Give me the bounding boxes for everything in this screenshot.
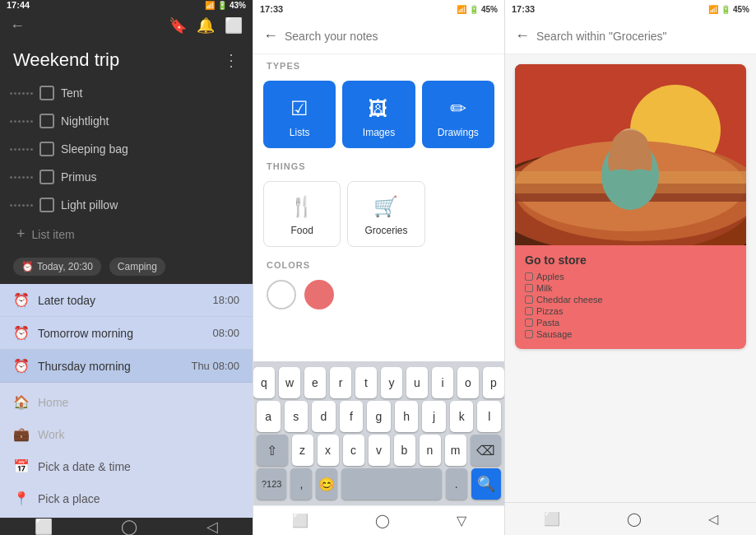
home-nav-btn[interactable]: ◯ [121,518,137,535]
checkbox[interactable] [39,142,54,156]
item-label: Light pillow [61,198,118,212]
type-images[interactable]: 🖼 Images [342,81,415,148]
shortcut-pick-date[interactable]: 📅 Pick a date & time [0,450,253,482]
key-i[interactable]: i [432,367,453,398]
square-nav-btn[interactable]: ⬜ [35,518,53,535]
checklist-item-light-pillow: Light pillow [7,191,246,219]
search-input[interactable] [285,30,494,43]
home-nav-btn[interactable]: ◯ [375,513,390,528]
back-icon[interactable]: ← [515,27,530,44]
type-drawings[interactable]: ✏ Drawings [422,81,494,148]
key-f[interactable]: f [340,401,364,432]
reminder-thursday-morning[interactable]: ⏰ Thursday morning Thu 08:00 [0,350,253,383]
key-p[interactable]: p [483,367,504,398]
lists-label: Lists [290,127,310,138]
key-h[interactable]: h [395,401,419,432]
more-options-icon[interactable]: ⋮ [223,50,239,70]
label-chip[interactable]: Camping [109,258,165,276]
key-q[interactable]: q [253,367,275,398]
bell-icon[interactable]: 🔔 [197,16,215,35]
keyboard: q w e r t y u i o p a s d f g h j k l ⇧ … [253,361,504,505]
key-z[interactable]: z [292,435,313,466]
note-title-area: Weekend trip ⋮ [0,41,253,79]
note-card[interactable]: Go to store Apples Milk Cheddar cheese P… [515,64,746,349]
checkbox[interactable] [39,198,54,212]
square-nav-btn[interactable]: ⬜ [544,511,560,527]
key-search[interactable]: 🔍 [471,468,501,500]
drawings-icon: ✏ [450,97,466,120]
back-icon[interactable]: ← [263,27,278,44]
middle-search-bar[interactable]: ← [253,18,504,54]
key-space[interactable] [341,468,441,500]
type-lists[interactable]: ☑ Lists [263,81,336,148]
key-k[interactable]: k [450,401,474,432]
key-u[interactable]: u [406,367,428,398]
key-period[interactable]: . [446,468,467,500]
checkbox-pizzas [525,307,533,315]
food-label: Food [290,225,313,236]
back-icon[interactable]: ← [10,17,25,35]
time-label: Today, 20:30 [37,261,93,272]
key-comma[interactable]: , [290,468,312,500]
key-j[interactable]: j [422,401,446,432]
key-g[interactable]: g [367,401,391,432]
images-label: Images [363,127,395,138]
key-l[interactable]: l [477,401,501,432]
checkbox[interactable] [39,170,54,184]
shortcut-label: Home [38,396,68,409]
shortcut-pick-place[interactable]: 📍 Pick a place [0,482,253,514]
groceries-icon: 🛒 [373,195,398,218]
grocery-cheddar: Cheddar cheese [525,295,736,305]
drawings-label: Drawings [438,127,479,138]
middle-status-icons: 📶 🔋 45% [457,5,498,14]
right-search-input[interactable] [536,30,746,43]
note-title[interactable]: Weekend trip [13,49,119,71]
key-n[interactable]: n [420,435,441,466]
key-w[interactable]: w [279,367,300,398]
key-o[interactable]: o [457,367,479,398]
groceries-label: Groceries [364,225,407,236]
grocery-sausage: Sausage [525,329,736,339]
archive-icon[interactable]: ⬜ [225,16,243,35]
key-backspace[interactable]: ⌫ [471,435,502,466]
checklist-item-sleeping-bag: Sleeping bag [7,135,246,163]
key-x[interactable]: x [318,435,339,466]
reminder-tomorrow-morning[interactable]: ⏰ Tomorrow morning 08:00 [0,317,253,350]
left-bottom-nav: ⬜ ◯ ◁ [0,518,253,535]
checkbox[interactable] [39,86,54,100]
key-t[interactable]: t [355,367,377,398]
back-nav-btn[interactable]: ▽ [457,513,466,528]
back-nav-btn[interactable]: ◁ [206,518,218,535]
home-nav-btn[interactable]: ◯ [627,511,642,527]
add-item-row[interactable]: + List item [7,219,246,249]
key-m[interactable]: m [445,435,466,466]
key-c[interactable]: c [343,435,364,466]
key-s[interactable]: s [285,401,308,432]
reminder-later-today[interactable]: ⏰ Later today 18:00 [0,284,253,317]
thing-food[interactable]: 🍴 Food [263,181,341,247]
thing-groceries[interactable]: 🛒 Groceries [347,181,424,247]
key-b[interactable]: b [394,435,415,466]
key-shift[interactable]: ⇧ [257,435,288,466]
time-chip[interactable]: ⏰ Today, 20:30 [13,258,101,276]
key-v[interactable]: v [369,435,390,466]
bookmark-icon[interactable]: 🔖 [169,16,187,35]
key-emoji[interactable]: 😊 [316,468,337,500]
key-a[interactable]: a [257,401,281,432]
key-e[interactable]: e [304,367,326,398]
color-red[interactable] [304,280,334,309]
key-y[interactable]: y [381,367,402,398]
square-nav-btn[interactable]: ⬜ [292,513,308,528]
key-r[interactable]: r [330,367,351,398]
key-d[interactable]: d [312,401,336,432]
color-white[interactable] [267,280,296,309]
key-numeric[interactable]: ?123 [257,468,286,500]
checkbox[interactable] [39,114,54,128]
right-search-bar[interactable]: ← [505,18,756,54]
shortcut-home: 🏠 Home [0,386,253,418]
food-icon: 🍴 [290,195,314,218]
back-nav-btn[interactable]: ◁ [708,511,718,527]
left-footer: ⏰ Today, 20:30 Camping [0,249,253,284]
item-label: Sleeping bag [61,142,128,156]
item-label: Tent [61,86,82,100]
